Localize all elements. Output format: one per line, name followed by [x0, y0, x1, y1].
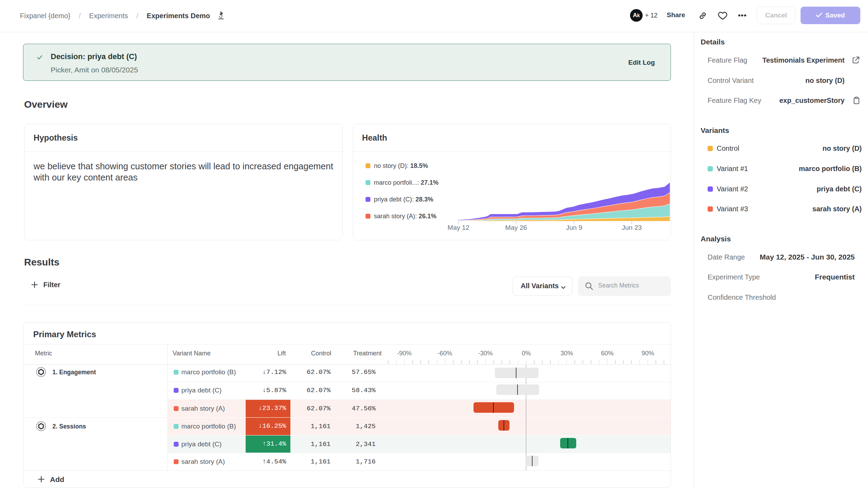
svg-text:Jun 9: Jun 9 [566, 224, 582, 231]
svg-text:Jun 23: Jun 23 [622, 224, 642, 231]
svg-text:May 12: May 12 [448, 224, 469, 231]
svg-text:May 26: May 26 [505, 224, 527, 231]
